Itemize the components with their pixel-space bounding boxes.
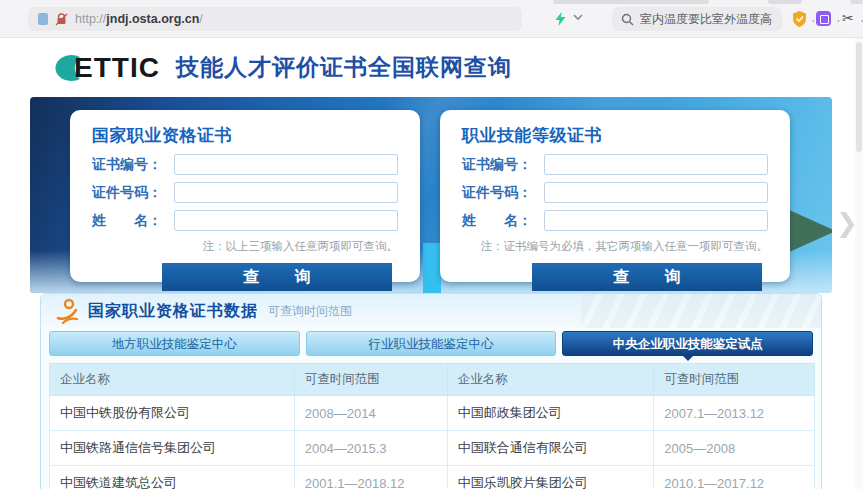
- company-cell: 中国邮政集团公司: [447, 396, 654, 431]
- page-icon: [38, 13, 48, 25]
- data-section-header: 国家职业资格证书数据 可查询时间范围: [41, 294, 821, 328]
- name-input[interactable]: [174, 210, 398, 231]
- address-bar[interactable]: http://jndj.osta.org.cn/: [28, 7, 522, 31]
- panel-note: 注：证书编号为必填，其它两项输入任意一项即可查询。: [462, 239, 768, 254]
- search-input[interactable]: 室内温度要比室外温度高: [612, 7, 782, 31]
- name-input[interactable]: [544, 210, 768, 231]
- browser-toolbar: http://jndj.osta.org.cn/ 室内温度要比室外温度高 · ·…: [0, 0, 863, 38]
- certificate-number-input[interactable]: [174, 154, 398, 175]
- shield-icon[interactable]: [791, 10, 808, 28]
- id-number-input[interactable]: [544, 182, 768, 203]
- site-logo[interactable]: ETTIC: [44, 51, 160, 85]
- company-cell: 中国联合通信有限公司: [447, 431, 654, 466]
- query-button[interactable]: 查 询: [162, 263, 392, 291]
- data-section-subtitle: 可查询时间范围: [268, 303, 352, 320]
- panel-vocational-skill-level-certificate: 职业技能等级证书 证书编号： 证件号码： 姓 名： 注：证书编号为必填，其它两项…: [440, 110, 790, 282]
- data-tabs: 地方职业技能鉴定中心 行业职业技能鉴定中心 中央企业职业技能鉴定试点: [41, 328, 821, 356]
- range-cell: 2008—2014: [294, 396, 447, 431]
- panel-note: 注：以上三项输入任意两项即可查询。: [92, 239, 398, 254]
- company-cell: 中国中铁股份有限公司: [50, 396, 295, 431]
- certificate-number-label: 证书编号：: [462, 156, 544, 174]
- tab-central-enterprises[interactable]: 中央企业职业技能鉴定试点: [562, 331, 813, 356]
- site-header: ETTIC 技能人才评价证书全国联网查询: [0, 38, 863, 97]
- url-text: http://jndj.osta.org.cn/: [75, 12, 203, 26]
- table-row: 中国中铁股份有限公司 2008—2014 中国邮政集团公司 2007.1—201…: [50, 396, 815, 431]
- extension-bolt-icon[interactable]: [554, 12, 567, 26]
- table-row: 中国铁道建筑总公司 2001.1—2018.12 中国乐凯胶片集团公司 2010…: [50, 466, 815, 489]
- query-button[interactable]: 查 询: [532, 263, 762, 291]
- person-logo-icon: [55, 298, 81, 324]
- separator-dot: ·: [811, 12, 816, 28]
- certificate-number-input[interactable]: [544, 154, 768, 175]
- id-number-label: 证件号码：: [92, 184, 174, 202]
- certificate-number-label: 证书编号：: [92, 156, 174, 174]
- scissors-icon[interactable]: ✂: [842, 10, 854, 26]
- column-header: 企业名称: [50, 364, 295, 396]
- company-cell: 中国铁道建筑总公司: [50, 466, 295, 489]
- id-number-input[interactable]: [174, 182, 398, 203]
- keyboard-decor-image: [581, 294, 821, 328]
- tab-local-centers[interactable]: 地方职业技能鉴定中心: [49, 331, 300, 356]
- range-cell: 2001.1—2018.12: [294, 466, 447, 489]
- tab-industry-centers[interactable]: 行业职业技能鉴定中心: [306, 331, 557, 356]
- banner-decor-strip: [423, 243, 441, 293]
- range-cell: 2004—2015.3: [294, 431, 447, 466]
- query-banner: 国家职业资格证书 证书编号： 证件号码： 姓 名： 注：以上三项输入任意两项即可…: [30, 97, 832, 293]
- company-cell: 中国铁路通信信号集团公司: [50, 431, 295, 466]
- separator-dot: ·: [836, 12, 841, 28]
- range-cell: 2010.1—2017.12: [654, 466, 815, 489]
- name-label: 姓 名：: [92, 212, 174, 230]
- panel-title: 国家职业资格证书: [92, 124, 398, 147]
- range-cell: 2007.1—2013.12: [654, 396, 815, 431]
- browser-tab-remnant: [553, 0, 709, 4]
- search-icon: [621, 13, 634, 26]
- page-title: 技能人才评价证书全国联网查询: [176, 52, 512, 83]
- extension-badge-icon[interactable]: [816, 11, 831, 26]
- certificate-data-section: 国家职业资格证书数据 可查询时间范围 地方职业技能鉴定中心 行业职业技能鉴定中心…: [40, 293, 822, 489]
- query-range-table: 企业名称 可查时间范围 企业名称 可查时间范围 中国中铁股份有限公司 2008—…: [49, 363, 815, 489]
- logo-text: ETTIC: [74, 52, 160, 84]
- table-row: 中国铁路通信信号集团公司 2004—2015.3 中国联合通信有限公司 2005…: [50, 431, 815, 466]
- chevron-down-icon[interactable]: [572, 13, 584, 21]
- scrollbar-thumb[interactable]: [856, 42, 862, 152]
- company-cell: 中国乐凯胶片集团公司: [447, 466, 654, 489]
- id-number-label: 证件号码：: [462, 184, 544, 202]
- column-header: 企业名称: [447, 364, 654, 396]
- search-suggestion-text: 室内温度要比室外温度高: [640, 11, 772, 28]
- column-header: 可查时间范围: [294, 364, 447, 396]
- name-label: 姓 名：: [462, 212, 544, 230]
- insecure-lock-icon[interactable]: [55, 13, 68, 26]
- panel-title: 职业技能等级证书: [462, 124, 768, 147]
- browser-tab-remnant: [768, 0, 802, 4]
- range-cell: 2005—2008: [654, 431, 815, 466]
- column-header: 可查时间范围: [654, 364, 815, 396]
- table-header-row: 企业名称 可查时间范围 企业名称 可查时间范围: [50, 364, 815, 396]
- panel-national-vocational-certificate: 国家职业资格证书 证书编号： 证件号码： 姓 名： 注：以上三项输入任意两项即可…: [70, 110, 420, 282]
- page-scrollbar[interactable]: [855, 38, 863, 489]
- page: http://jndj.osta.org.cn/ 室内温度要比室外温度高 · ·…: [0, 0, 863, 489]
- data-section-title: 国家职业资格证书数据: [88, 301, 258, 322]
- browser-tab-remnant: [850, 0, 863, 4]
